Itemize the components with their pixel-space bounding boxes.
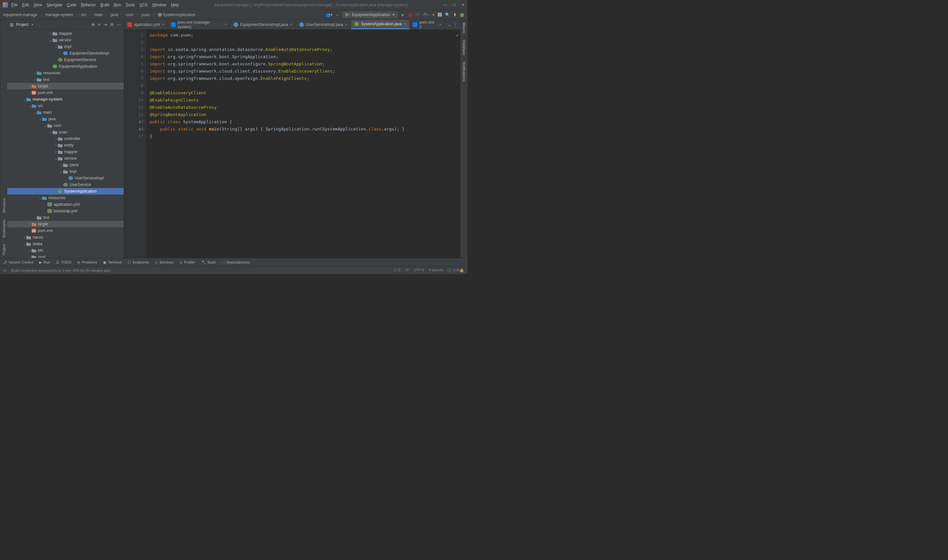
gutter-line[interactable]: 11: [125, 104, 144, 111]
menu-vcs[interactable]: VCS: [139, 3, 148, 7]
project-view-icon[interactable]: ▤: [10, 22, 14, 27]
menu-navigate[interactable]: Navigate: [47, 3, 62, 7]
update-icon[interactable]: ⬆: [453, 12, 457, 17]
breadcrumb-item-0[interactable]: equipment-manage: [3, 12, 37, 17]
file-encoding[interactable]: UTF-8: [414, 268, 424, 273]
tree-item-bootstrap-yml[interactable]: bootstrap.yml: [7, 208, 124, 214]
close-tab-icon[interactable]: ×: [162, 22, 164, 27]
gutter-line[interactable]: 9: [125, 89, 144, 97]
tree-arrow-icon[interactable]: ›: [22, 235, 26, 240]
gutter-line[interactable]: 8: [125, 82, 144, 89]
tree-arrow-icon[interactable]: ›: [33, 71, 37, 75]
chevron-down-icon[interactable]: ⌄: [448, 22, 451, 27]
tree-arrow-icon[interactable]: ›: [28, 248, 32, 253]
tree-arrow-icon[interactable]: ⌄: [38, 117, 42, 121]
editor-tab-2[interactable]: EquipmentServiceImpl.java×: [230, 20, 296, 29]
back-arrow-icon[interactable]: ↙: [336, 12, 339, 17]
breadcrumb-item-3[interactable]: main: [94, 12, 103, 17]
code-line-17[interactable]: }: [150, 133, 457, 140]
code-line-3[interactable]: import io.seata.spring.annotation.dataso…: [150, 46, 457, 53]
tree-item-nacos[interactable]: ›nacos: [7, 234, 124, 240]
minimize-button[interactable]: —: [443, 3, 447, 7]
notifications-tool-tab[interactable]: Notifications: [462, 62, 466, 82]
code-line-4[interactable]: import org.springframework.boot.SpringAp…: [150, 53, 457, 60]
gutter-line[interactable]: 13▶: [125, 118, 144, 126]
line-separator[interactable]: LF: [405, 268, 409, 273]
collapse-all-icon[interactable]: ⇥: [103, 22, 107, 27]
tree-item-target[interactable]: ›target: [7, 221, 124, 228]
code-line-14[interactable]: public static void main(String[] args) {…: [150, 126, 457, 133]
tool-problems[interactable]: ⊘Problems: [77, 260, 97, 265]
code-line-10[interactable]: @EnableFeignClients: [150, 97, 457, 104]
tree-item-java[interactable]: ⌄java: [7, 116, 124, 122]
tool-profiler[interactable]: ⊙Profiler: [179, 260, 195, 265]
tree-item-impl[interactable]: ⌄impl: [7, 43, 124, 50]
editor-tab-4[interactable]: SystemApplication.java×: [351, 20, 409, 29]
tree-arrow-icon[interactable]: ⌄: [54, 156, 58, 161]
status-extra[interactable]: ⓘ 小鸟🔒: [448, 268, 464, 273]
maximize-button[interactable]: □: [453, 3, 455, 7]
tree-item-equipmentservice[interactable]: EquipmentService: [7, 57, 124, 63]
breadcrumb-item-5[interactable]: com: [126, 12, 134, 17]
code-line-2[interactable]: [150, 39, 457, 46]
tree-item-test[interactable]: ›test: [7, 76, 124, 83]
tree-arrow-icon[interactable]: ⌄: [33, 110, 37, 115]
gutter-line[interactable]: 3: [125, 46, 144, 53]
cursor-position[interactable]: 17:2: [393, 268, 400, 273]
menu-tools[interactable]: Tools: [126, 3, 135, 7]
tree-arrow-icon[interactable]: ⌄: [59, 169, 63, 174]
tree-item-service[interactable]: ⌄service: [7, 37, 124, 43]
menu-file[interactable]: File: [11, 3, 17, 7]
tree-arrow-icon[interactable]: ⌄: [49, 38, 52, 42]
project-tree[interactable]: ›mapper⌄service⌄implEquipmentServiceImpl…: [7, 29, 124, 258]
editor-tab-3[interactable]: UserServiceImpl.java×: [296, 20, 351, 29]
profile-button[interactable]: ⏱▾: [423, 12, 429, 17]
code-line-9[interactable]: @EnableDiscoveryClient: [150, 89, 457, 97]
tree-item-pom-xml[interactable]: mpom.xml: [7, 89, 124, 96]
run-gutter-icon[interactable]: ▶: [139, 126, 141, 133]
menu-edit[interactable]: Edit: [22, 3, 29, 7]
tool-dependencies[interactable]: ⬚Dependencies: [222, 260, 250, 265]
breadcrumb-item-4[interactable]: java: [111, 12, 118, 17]
close-tab-icon[interactable]: ×: [290, 22, 292, 27]
tool-todo[interactable]: ☰TODO: [56, 260, 71, 265]
tree-item-mapper[interactable]: ›mapper: [7, 149, 124, 155]
tool-version-control[interactable]: ⎇Version Control: [3, 260, 33, 265]
menu-view[interactable]: View: [34, 3, 42, 7]
close-tab-icon[interactable]: ×: [345, 22, 347, 27]
tree-item-pom-xml[interactable]: mpom.xml: [7, 228, 124, 234]
tool-build[interactable]: 🔨Build: [201, 260, 215, 265]
inspection-ok-icon[interactable]: ✔: [456, 32, 459, 39]
code-line-5[interactable]: import org.springframework.boot.autoconf…: [150, 60, 457, 68]
tree-arrow-icon[interactable]: ›: [54, 136, 58, 141]
tool-services[interactable]: ☼Services: [154, 260, 173, 264]
search-icon[interactable]: 🔍: [445, 12, 450, 17]
translate-icon[interactable]: 🅰: [438, 12, 442, 17]
gutter-line[interactable]: 2: [125, 39, 144, 46]
gutter-line[interactable]: 5: [125, 60, 144, 68]
tree-arrow-icon[interactable]: ⌄: [49, 130, 52, 134]
coverage-button[interactable]: 🛡: [416, 12, 420, 17]
tool-run[interactable]: ▶Run: [39, 260, 50, 265]
editor-code-area[interactable]: ✔ package com.yuan;import io.seata.sprin…: [147, 29, 460, 258]
gear-icon[interactable]: ⚙: [110, 22, 114, 27]
breadcrumb-item-7[interactable]: SystemApplication: [158, 12, 196, 17]
tool-endpoints[interactable]: ⬡Endpoints: [128, 260, 149, 265]
tree-arrow-icon[interactable]: ›: [33, 77, 37, 82]
chevron-down-icon[interactable]: ▼: [31, 23, 34, 26]
debug-button[interactable]: 🐞: [408, 12, 412, 17]
run-button[interactable]: ▶: [401, 12, 404, 17]
menu-refactor[interactable]: Refactor: [81, 3, 96, 7]
menu-window[interactable]: Window: [152, 3, 167, 7]
gutter-line[interactable]: 6: [125, 68, 144, 75]
code-line-7[interactable]: import org.springframework.cloud.openfei…: [150, 75, 457, 82]
tree-arrow-icon[interactable]: ›: [28, 84, 32, 88]
hide-icon[interactable]: —: [117, 22, 121, 27]
menu-help[interactable]: Help: [171, 3, 179, 7]
tree-item-resources[interactable]: ›resources: [7, 70, 124, 76]
tree-item-mapper[interactable]: ›mapper: [7, 30, 124, 37]
tree-item-seata[interactable]: ⌄seata: [7, 240, 124, 247]
tree-item-equipmentapplication[interactable]: EquipmentApplication: [7, 63, 124, 70]
tree-arrow-icon[interactable]: ⌄: [43, 123, 47, 128]
structure-tool-tab[interactable]: Structure: [2, 198, 6, 213]
